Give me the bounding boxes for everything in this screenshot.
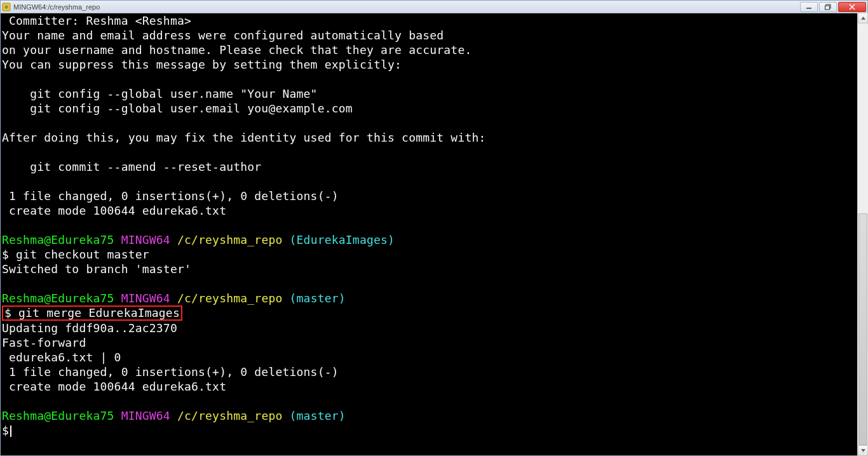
output-line: git config --global user.email you@examp… <box>2 102 353 115</box>
output-line: After doing this, you may fix the identi… <box>2 131 486 144</box>
prompt-path: /c/reyshma_repo <box>177 233 290 246</box>
prompt-user: Reshma@Edureka75 <box>2 233 114 246</box>
maximize-button[interactable] <box>819 2 837 12</box>
command-line: $ git checkout master <box>2 248 149 261</box>
svg-marker-6 <box>861 17 865 20</box>
prompt-user: Reshma@Edureka75 <box>2 292 114 305</box>
output-line: create mode 100644 edureka6.txt <box>2 380 226 393</box>
titlebar[interactable]: MINGW64:/c/reyshma_repo <box>1 1 867 13</box>
scroll-up-button[interactable] <box>858 13 868 23</box>
output-line: edureka6.txt | 0 <box>2 351 121 364</box>
scroll-down-button[interactable] <box>858 445 868 456</box>
terminal-window: MINGW64:/c/reyshma_repo Committer: Reshm… <box>0 0 868 456</box>
app-icon <box>2 3 11 11</box>
output-line: git config --global user.name "Your Name… <box>2 87 318 100</box>
svg-rect-3 <box>825 6 830 10</box>
window-title: MINGW64:/c/reyshma_repo <box>13 3 799 11</box>
prompt-shell: MINGW64 <box>114 292 177 305</box>
output-line: You can suppress this message by setting… <box>2 58 402 71</box>
output-line: Committer: Reshma <Reshma> <box>2 14 191 27</box>
output-line: 1 file changed, 0 insertions(+), 0 delet… <box>2 365 339 379</box>
scrollbar-track[interactable] <box>858 23 868 445</box>
output-line: Your name and email address were configu… <box>2 29 444 42</box>
output-line: 1 file changed, 0 insertions(+), 0 delet… <box>2 189 339 203</box>
prompt-branch: (master) <box>290 292 346 305</box>
output-line: Updating fddf90a..2ac2370 <box>2 321 177 335</box>
vertical-scrollbar[interactable] <box>857 13 868 456</box>
prompt-path: /c/reyshma_repo <box>177 292 290 305</box>
prompt-branch: (master) <box>290 409 346 422</box>
highlighted-command: $ git merge EdurekaImages <box>2 305 182 321</box>
output-line: on your username and hostname. Please ch… <box>2 43 471 57</box>
prompt-user: Reshma@Edureka75 <box>2 409 114 422</box>
cursor-icon <box>10 426 11 437</box>
output-line: Fast-forward <box>2 336 86 349</box>
prompt-shell: MINGW64 <box>114 409 177 422</box>
output-line: git commit --amend --reset-author <box>2 160 261 173</box>
prompt-dollar: $ <box>2 424 9 437</box>
terminal-content[interactable]: Committer: Reshma <Reshma> Your name and… <box>1 13 867 455</box>
close-button[interactable] <box>838 2 866 12</box>
svg-marker-7 <box>861 449 865 452</box>
window-buttons <box>799 2 866 12</box>
minimize-button[interactable] <box>800 2 818 12</box>
command-line: $ git merge EdurekaImages <box>4 306 180 319</box>
prompt-branch: (EdurekaImages) <box>290 233 395 246</box>
output-line: Switched to branch 'master' <box>2 262 191 276</box>
scrollbar-thumb[interactable] <box>858 213 867 445</box>
output-line: create mode 100644 edureka6.txt <box>2 204 226 217</box>
prompt-path: /c/reyshma_repo <box>177 409 290 422</box>
prompt-shell: MINGW64 <box>114 233 177 246</box>
